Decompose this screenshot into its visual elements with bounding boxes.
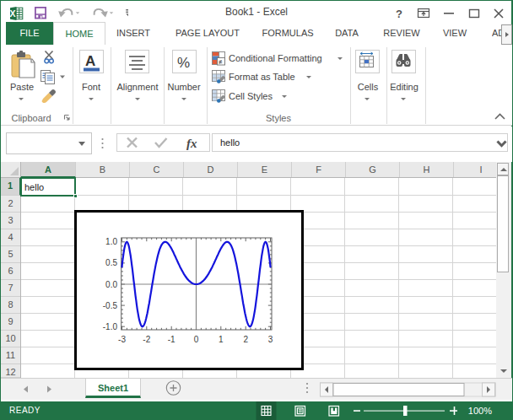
svg-text:?: ?: [396, 8, 402, 20]
svg-text:-1: -1: [168, 335, 176, 344]
svg-text:0: 0: [194, 335, 199, 344]
svg-text:≠: ≠: [219, 58, 223, 66]
svg-text:100%: 100%: [468, 406, 492, 416]
svg-text:1.0: 1.0: [105, 237, 117, 246]
svg-text:0.5: 0.5: [105, 258, 117, 267]
svg-text:-1.0: -1.0: [103, 322, 118, 331]
svg-text:-0.5: -0.5: [103, 301, 118, 310]
svg-text:2: 2: [243, 335, 248, 344]
svg-text:1: 1: [219, 335, 224, 344]
svg-text:0.0: 0.0: [105, 280, 117, 289]
svg-text:3: 3: [268, 335, 273, 344]
svg-text:-2: -2: [143, 335, 150, 344]
svg-text:%: %: [177, 55, 190, 71]
svg-text:fx: fx: [186, 137, 197, 150]
svg-text:A: A: [85, 53, 95, 69]
svg-text:-3: -3: [118, 335, 126, 344]
svg-text:X: X: [10, 8, 15, 19]
